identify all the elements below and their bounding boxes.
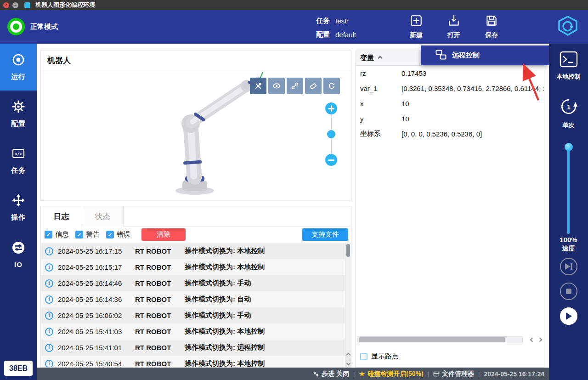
- variable-row[interactable]: x 10: [356, 96, 544, 111]
- log-time: 2024-05-25 16:14:46: [58, 279, 130, 287]
- task-label: 任务: [316, 17, 330, 25]
- stop-button[interactable]: [560, 283, 577, 300]
- play-icon: [565, 312, 572, 320]
- robot-id-badge[interactable]: 38EB: [4, 361, 33, 376]
- scroll-down-button[interactable]: [345, 359, 351, 367]
- save-task-button[interactable]: 保存: [479, 14, 504, 40]
- status-bar: 步进 关闭 | 碰撞检测开启(50%) | 文件管理器 | 2024-05-25…: [37, 368, 549, 380]
- log-time: 2024-05-25 15:40:54: [58, 360, 130, 367]
- variable-row[interactable]: 坐标系 [0, 0, 0, 0.5236, 0.5236, 0]: [356, 126, 544, 142]
- log-message: 操作模式切换为: 本地控制: [185, 359, 344, 367]
- scrollbar-thumb[interactable]: [359, 337, 505, 342]
- info-icon: [45, 295, 53, 304]
- log-filterbar: 信息 警告 错误 清除 支持文件: [41, 227, 351, 243]
- terminal-icon: [560, 51, 578, 69]
- remote-control-label: 远程控制: [452, 51, 480, 60]
- checkbox-checked-icon[interactable]: [75, 231, 83, 238]
- log-row[interactable]: 2024-05-25 16:17:15 RT ROBOT 操作模式切换为: 本地…: [41, 243, 351, 259]
- tools-button[interactable]: [250, 78, 266, 94]
- sidebar-item-label: 任务: [11, 166, 26, 175]
- log-source: RT ROBOT: [135, 295, 180, 303]
- new-task-button[interactable]: 新建: [403, 14, 429, 40]
- log-row[interactable]: 2024-05-25 15:41:03 RT ROBOT 操作模式切换为: 本地…: [41, 323, 351, 340]
- minimize-window-icon[interactable]: –: [12, 2, 18, 8]
- reset-view-button[interactable]: [323, 78, 340, 94]
- log-panel: 日志 状态 信息 警告 错误 清除 支持文件 2024-05-25 16:17:…: [40, 206, 351, 368]
- zoom-control: [325, 102, 337, 166]
- speed-slider[interactable]: [549, 143, 588, 234]
- gear-icon: [11, 100, 25, 115]
- variable-row[interactable]: rz 0.17453: [356, 66, 544, 81]
- zoom-out-button[interactable]: [325, 154, 337, 166]
- variable-row[interactable]: y 10: [356, 111, 544, 126]
- svg-text:</>: </>: [15, 152, 23, 156]
- checkbox-checked-icon[interactable]: [106, 231, 114, 238]
- log-source: RT ROBOT: [135, 279, 180, 287]
- visibility-eye-button[interactable]: [268, 78, 285, 94]
- robot-3d-view[interactable]: [41, 70, 351, 200]
- log-row[interactable]: 2024-05-25 16:14:46 RT ROBOT 操作模式切换为: 手动: [41, 275, 351, 291]
- sidebar-item-label: 运行: [11, 73, 26, 81]
- log-row[interactable]: 2024-05-25 15:41:01 RT ROBOT 操作模式切换为: 远程…: [41, 340, 351, 356]
- tab-log[interactable]: 日志: [41, 206, 82, 227]
- checkbox-unchecked-icon[interactable]: [360, 353, 368, 360]
- variables-panel: 变量 rz 0.17453 var_1 [0.3261, 0.35348, 0.…: [355, 51, 544, 368]
- zoom-slider-handle[interactable]: [327, 130, 335, 138]
- log-row[interactable]: 2024-05-25 16:14:36 RT ROBOT 操作模式切换为: 自动: [41, 291, 351, 307]
- step-forward-button[interactable]: [560, 258, 577, 275]
- header: 正常模式 任务 test* 配置 default 新建: [0, 10, 588, 44]
- sidebar-item-run[interactable]: 运行: [0, 44, 37, 91]
- variable-row[interactable]: var_1 [0.3261, 0.35348, 0.73416, 2.72866…: [356, 81, 544, 96]
- log-scrollbar[interactable]: [345, 243, 351, 367]
- sidebar-item-operate[interactable]: 操作: [0, 184, 37, 231]
- speed-readout: 100% 速度: [549, 236, 588, 253]
- show-waypoints-toggle[interactable]: 显示路点: [360, 352, 399, 361]
- open-task-button[interactable]: 打开: [441, 14, 467, 40]
- eraser-button[interactable]: [305, 78, 322, 94]
- info-icon: [45, 279, 53, 288]
- scrollbar-thumb[interactable]: [346, 244, 350, 257]
- log-row[interactable]: 2024-05-25 16:15:17 RT ROBOT 操作模式切换为: 本地…: [41, 259, 351, 275]
- single-run-button[interactable]: 1 单次: [549, 97, 588, 130]
- log-time: 2024-05-25 15:41:03: [58, 328, 130, 335]
- speed-slider-track[interactable]: [567, 150, 570, 234]
- support-file-button[interactable]: 支持文件: [302, 228, 348, 241]
- step-mode-status[interactable]: 步进 关闭: [313, 370, 349, 378]
- local-control-button[interactable]: 本地控制: [549, 51, 588, 81]
- scroll-right-button[interactable]: [538, 338, 543, 342]
- remote-control-menu-item[interactable]: 远程控制: [421, 45, 549, 65]
- scroll-left-button[interactable]: [530, 338, 535, 342]
- zoom-in-button[interactable]: [325, 102, 337, 114]
- clear-log-button[interactable]: 清除: [141, 228, 186, 241]
- skip-icon: [564, 263, 573, 270]
- close-window-icon[interactable]: ×: [3, 2, 9, 8]
- collapse-chevron-icon[interactable]: [378, 56, 383, 61]
- brand-logo-icon: [556, 15, 580, 39]
- filter-warning[interactable]: 警告: [75, 230, 100, 239]
- log-row[interactable]: 2024-05-25 16:06:02 RT ROBOT 操作模式切换为: 手动: [41, 307, 351, 323]
- checkbox-checked-icon[interactable]: [45, 231, 52, 238]
- sidebar-item-task[interactable]: </> 任务: [0, 137, 37, 184]
- info-icon: [45, 328, 53, 336]
- filter-error[interactable]: 错误: [106, 230, 130, 239]
- footsteps-icon: [313, 371, 319, 377]
- scroll-up-button[interactable]: [345, 351, 351, 359]
- tab-status[interactable]: 状态: [82, 206, 124, 227]
- task-value: test*: [335, 17, 349, 25]
- collision-detection-status[interactable]: 碰撞检测开启(50%): [359, 370, 423, 378]
- remote-control-icon: [435, 50, 447, 62]
- file-manager-button[interactable]: 文件管理器: [433, 370, 474, 378]
- filter-warning-label: 警告: [86, 230, 100, 239]
- horizontal-scrollbar[interactable]: [357, 336, 523, 343]
- log-row[interactable]: 2024-05-25 15:40:54 RT ROBOT 操作模式切换为: 本地…: [41, 356, 351, 367]
- filter-info[interactable]: 信息: [45, 230, 69, 239]
- log-time: 2024-05-25 15:41:01: [58, 344, 130, 352]
- sidebar-item-config[interactable]: 配置: [0, 91, 37, 137]
- sidebar-item-io[interactable]: IO: [0, 231, 37, 278]
- system-clock: 2024-05-25 16:17:24: [484, 370, 544, 378]
- move-arrows-icon: [11, 193, 25, 209]
- path-nodes-button[interactable]: [287, 78, 303, 94]
- view-toolbar: [250, 78, 340, 94]
- log-message: 操作模式切换为: 手动: [185, 279, 344, 288]
- play-button[interactable]: [560, 307, 577, 325]
